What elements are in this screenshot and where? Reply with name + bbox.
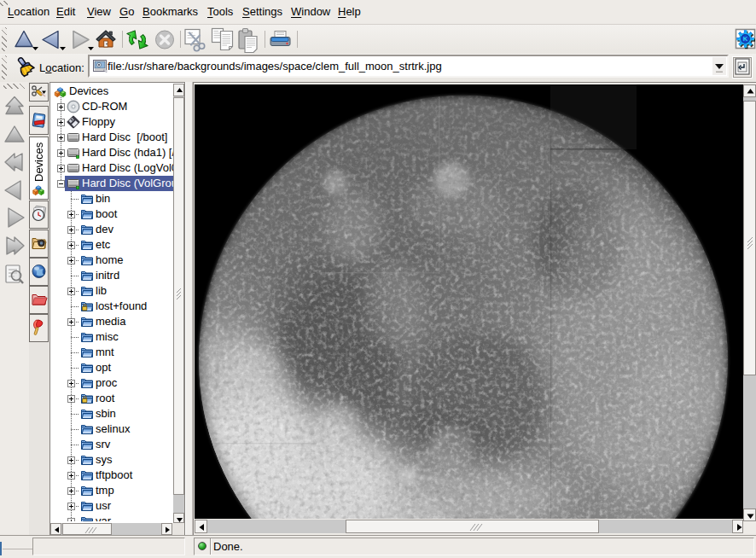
svg-text:K: K (743, 35, 748, 43)
